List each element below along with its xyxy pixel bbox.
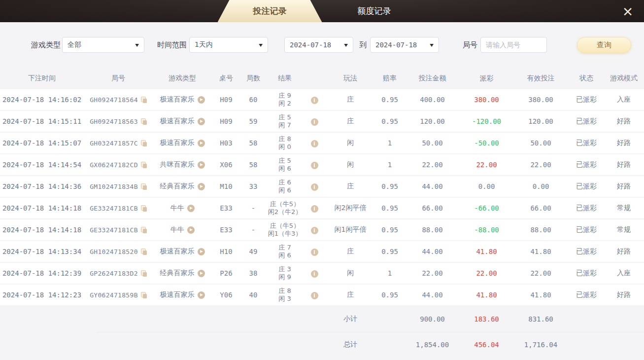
info-icon[interactable]: i (311, 162, 318, 169)
date-from-select[interactable]: 2024-07-18 ▼ (284, 37, 353, 53)
info-icon[interactable]: i (311, 292, 318, 299)
col-header-odds: 赔率 (375, 74, 404, 83)
copy-icon[interactable] (141, 227, 147, 233)
table-no-cell: H09 (212, 117, 240, 125)
copy-icon[interactable] (141, 118, 147, 125)
odds-cell: 0.95 (375, 117, 404, 125)
play-icon[interactable] (198, 270, 205, 277)
info-icon[interactable]: i (311, 140, 318, 147)
game-type-cell: 牛牛 (153, 225, 212, 234)
bet-amount-cell: 66.00 (404, 204, 461, 212)
result-cell: 庄（牛5） 闲1（牛3） (266, 222, 304, 238)
play-icon[interactable] (198, 291, 205, 299)
close-icon[interactable]: × (618, 0, 637, 22)
col-header-valid-bet: 有效投注 (512, 74, 569, 83)
bet-time-cell: 2024-07-18 14:15:07 (0, 139, 84, 147)
bet-amount-cell: 22.00 (404, 161, 461, 169)
payout-cell: 0.00 (461, 182, 512, 190)
bet-amount-cell: 50.00 (404, 139, 461, 147)
info-icon[interactable]: i (311, 97, 318, 104)
copy-icon[interactable] (141, 183, 147, 190)
info-icon[interactable]: i (311, 183, 318, 191)
copy-icon[interactable] (141, 97, 147, 103)
info-cell: i (304, 96, 325, 104)
info-icon[interactable]: i (311, 118, 318, 126)
game-type-cell: 经典百家乐 (153, 182, 212, 191)
round-count-cell: 49 (240, 248, 266, 255)
play-cell: 庄 (325, 290, 375, 299)
result-banker-line: 庄 8 (266, 135, 304, 143)
time-range-label: 时间范围 (157, 40, 187, 50)
game-type-select[interactable]: 全部 ▼ (62, 37, 144, 53)
play-icon[interactable] (187, 205, 195, 212)
result-banker-line: 庄 6 (266, 179, 304, 186)
time-range-select[interactable]: 1天内 ▼ (189, 37, 268, 53)
bet-amount-cell: 88.00 (404, 226, 461, 234)
col-header-payout: 派彩 (461, 74, 512, 83)
col-header-result: 结果 (266, 74, 304, 83)
bet-time-cell: 2024-07-18 14:13:34 (0, 248, 84, 255)
game-type-cell: 共咪百家乐 (153, 160, 212, 169)
game-mode-cell: 常规 (604, 204, 644, 213)
table-no-cell: X06 (212, 161, 240, 169)
round-id-cell: GP26247183D2 (84, 270, 153, 277)
col-header-status: 状态 (569, 74, 604, 83)
info-icon[interactable]: i (311, 249, 318, 256)
copy-icon[interactable] (141, 140, 147, 146)
copy-icon[interactable] (141, 205, 147, 212)
play-icon[interactable] (198, 118, 205, 125)
total-label: 总计 (325, 340, 375, 349)
valid-bet-cell: 41.80 (512, 248, 569, 255)
round-id-value: GH1024718520 (90, 248, 138, 255)
info-cell: i (304, 117, 325, 126)
payout-cell: -120.00 (461, 117, 512, 125)
round-number-input[interactable] (480, 37, 547, 53)
round-count-cell: - (240, 226, 266, 234)
copy-icon[interactable] (141, 292, 147, 298)
chevron-down-icon: ▼ (430, 43, 434, 47)
info-icon[interactable]: i (311, 227, 318, 234)
result-cell: 庄 7 闲 6 (266, 244, 304, 259)
round-id-cell: GH0924718563 (84, 118, 153, 125)
result-banker-line: 庄 3 (266, 265, 304, 273)
bet-time-cell: 2024-07-18 14:16:02 (0, 96, 84, 104)
subtotal-bet-amount: 900.00 (404, 315, 461, 323)
search-button[interactable]: 查询 (577, 37, 631, 53)
date-from-value: 2024-07-18 (290, 41, 331, 49)
play-icon[interactable] (198, 161, 205, 169)
info-icon[interactable]: i (311, 270, 318, 278)
info-cell: i (304, 291, 325, 299)
odds-cell: 1 (375, 139, 404, 147)
info-icon[interactable]: i (311, 205, 318, 213)
bet-amount-cell: 22.00 (404, 269, 461, 277)
round-count-cell: 60 (240, 96, 266, 104)
valid-bet-cell: 41.80 (512, 291, 569, 299)
result-banker-line: 庄 7 (266, 244, 304, 252)
payout-cell: -50.00 (461, 139, 512, 147)
round-id-value: GY062471859B (90, 291, 138, 299)
table-row: 2024-07-18 14:14:54 GX06247182CD 共咪百家乐 X… (0, 154, 644, 176)
date-to-select[interactable]: 2024-07-18 ▼ (370, 37, 439, 53)
copy-icon[interactable] (141, 270, 147, 277)
col-header-game-type: 游戏类型 (153, 74, 212, 83)
total-bet-amount: 1,854.00 (404, 341, 461, 349)
play-icon[interactable] (198, 96, 205, 104)
filter-bar: 游戏类型 全部 ▼ 时间范围 1天内 ▼ 2024-07-18 ▼ 到 2024… (0, 22, 644, 68)
table-row: 2024-07-18 14:13:34 GH1024718520 极速百家乐 H… (0, 241, 644, 263)
game-mode-cell: 好路 (604, 139, 644, 147)
status-cell: 已派彩 (569, 182, 604, 191)
tab-betting-records[interactable]: 投注记录 (218, 0, 322, 22)
table-no-cell: E33 (212, 204, 240, 212)
bet-time-cell: 2024-07-18 14:14:18 (0, 226, 84, 234)
game-type-value: 经典百家乐 (160, 269, 195, 278)
play-icon[interactable] (198, 140, 205, 147)
table-no-cell: H03 (212, 139, 240, 147)
copy-icon[interactable] (141, 162, 147, 168)
valid-bet-cell: 22.00 (512, 269, 569, 277)
copy-icon[interactable] (141, 249, 147, 255)
tab-quota-records[interactable]: 额度记录 (322, 0, 427, 22)
play-icon[interactable] (187, 226, 195, 234)
play-icon[interactable] (198, 248, 205, 255)
play-icon[interactable] (198, 183, 205, 190)
play-cell: 庄 (325, 247, 375, 256)
